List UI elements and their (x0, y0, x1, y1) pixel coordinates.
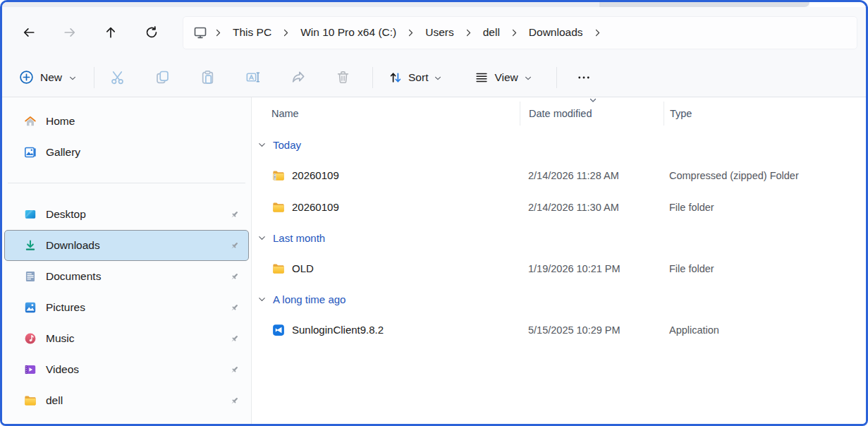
view-button[interactable]: View (467, 65, 539, 90)
screenshot: This PC Win 10 Pro x64 (C:) Users dell D… (0, 0, 868, 426)
chevron-down-icon (257, 295, 267, 304)
up-arrow-icon (104, 26, 118, 39)
copy-button[interactable] (148, 64, 176, 91)
cut-button[interactable] (103, 64, 131, 91)
titlebar-remnant-left (2, 2, 599, 7)
file-name: 20260109 (292, 169, 339, 181)
titlebar-remnant-tab (599, 2, 809, 7)
sunlogin-app-icon (272, 324, 285, 336)
sidebar-item-home[interactable]: Home (4, 106, 249, 137)
column-header-label: Type (670, 108, 692, 119)
command-toolbar: New (2, 58, 866, 97)
file-row[interactable]: 20260109 2/14/2026 11:30 AM File folder (252, 191, 866, 223)
sidebar-item-label: Music (46, 332, 74, 345)
share-button[interactable] (283, 64, 312, 91)
group-header-last-month[interactable]: Last month (252, 223, 866, 252)
home-icon (24, 115, 37, 128)
folder-icon (272, 201, 285, 214)
delete-icon (336, 70, 350, 85)
sidebar-item-dell[interactable]: dell (4, 385, 249, 416)
sidebar-item-label: Pictures (46, 301, 85, 314)
sidebar-item-videos[interactable]: Videos (4, 354, 249, 385)
file-row[interactable]: SunloginClient9.8.2 5/15/2025 10:29 PM A… (252, 314, 866, 346)
titlebar-remnant (2, 2, 866, 7)
group-header-label: Last month (273, 232, 325, 244)
chevron-right-icon (593, 28, 602, 37)
back-button[interactable] (12, 18, 46, 47)
sidebar-item-documents[interactable]: Documents (4, 261, 249, 292)
folder-icon (272, 262, 285, 275)
paste-button[interactable] (193, 64, 221, 91)
pin-icon (229, 209, 240, 220)
pin-icon (229, 303, 240, 313)
breadcrumb-item-users[interactable]: Users (419, 22, 460, 43)
file-name: OLD (292, 262, 314, 274)
toolbar-divider (556, 67, 557, 88)
column-header-name[interactable]: Name (252, 102, 520, 126)
file-name: 20260109 (292, 201, 339, 213)
back-arrow-icon (22, 26, 36, 39)
pictures-icon (24, 301, 37, 314)
folder-icon (24, 394, 37, 407)
forward-arrow-icon (63, 26, 77, 39)
column-header-label: Date modified (529, 108, 592, 119)
breadcrumb-item-dell[interactable]: dell (477, 22, 506, 43)
sidebar-item-label: Gallery (46, 146, 80, 159)
sidebar-item-music[interactable]: Music (4, 323, 249, 354)
view-list-icon (475, 71, 489, 85)
chevron-right-icon (464, 28, 473, 37)
sidebar-item-downloads[interactable]: Downloads (4, 230, 249, 261)
navigation-bar: This PC Win 10 Pro x64 (C:) Users dell D… (2, 7, 866, 58)
address-bar[interactable]: This PC Win 10 Pro x64 (C:) Users dell D… (183, 16, 857, 49)
navigation-pane: Home Gallery Desktop Downloads (2, 97, 252, 424)
breadcrumb-item-this-pc[interactable]: This PC (226, 22, 278, 43)
file-row[interactable]: 20260109 2/14/2026 11:28 AM Compressed (… (252, 159, 866, 191)
breadcrumb-item-downloads[interactable]: Downloads (522, 22, 589, 43)
chevron-down-icon (68, 74, 77, 83)
file-type: Compressed (zipped) Folder (664, 170, 866, 181)
column-header-date-modified[interactable]: Date modified (520, 102, 664, 126)
group-header-today[interactable]: Today (252, 130, 866, 159)
chevron-right-icon (281, 28, 291, 37)
file-list-pane: Name Date modified Type Today (252, 97, 866, 424)
pin-icon (229, 241, 240, 251)
new-button[interactable]: New (13, 64, 85, 90)
group-header-label: A long time ago (273, 293, 346, 305)
file-type: File folder (664, 202, 866, 213)
plus-circle-icon (19, 70, 34, 85)
paste-icon (200, 70, 215, 85)
toolbar-divider (372, 67, 373, 88)
sidebar-item-desktop[interactable]: Desktop (4, 199, 249, 230)
rename-button[interactable] (238, 64, 267, 91)
new-button-label: New (40, 71, 62, 84)
chevron-right-icon (510, 28, 519, 37)
file-type: Application (664, 324, 866, 336)
chevron-down-icon (257, 233, 267, 243)
videos-icon (24, 363, 37, 376)
sidebar-item-gallery[interactable]: Gallery (4, 137, 249, 168)
see-more-button[interactable] (570, 64, 598, 91)
sort-button-label: Sort (408, 71, 428, 84)
chevron-down-icon (257, 140, 267, 150)
pin-icon (229, 272, 240, 282)
column-header-type[interactable]: Type (664, 102, 866, 126)
forward-button[interactable] (53, 18, 87, 47)
documents-icon (24, 270, 37, 283)
file-date-modified: 2/14/2026 11:28 AM (520, 170, 664, 181)
sidebar-item-label: Desktop (46, 208, 86, 221)
sort-button[interactable]: Sort (381, 65, 449, 90)
file-date-modified: 2/14/2026 11:30 AM (520, 202, 664, 213)
titlebar-remnant-right (809, 2, 866, 7)
share-icon (291, 70, 305, 85)
chevron-right-icon (214, 28, 223, 37)
breadcrumb-item-drive-c[interactable]: Win 10 Pro x64 (C:) (294, 22, 403, 43)
up-button[interactable] (94, 18, 128, 47)
sidebar-item-pictures[interactable]: Pictures (4, 292, 249, 323)
file-row[interactable]: OLD 1/19/2026 10:21 PM File folder (252, 252, 866, 284)
group-header-a-long-time-ago[interactable]: A long time ago (252, 284, 866, 314)
sidebar-item-label: Downloads (46, 239, 100, 252)
refresh-button[interactable] (135, 18, 169, 47)
sort-descending-caret-icon (588, 97, 598, 104)
delete-button[interactable] (329, 64, 357, 91)
chevron-down-icon (524, 74, 532, 83)
